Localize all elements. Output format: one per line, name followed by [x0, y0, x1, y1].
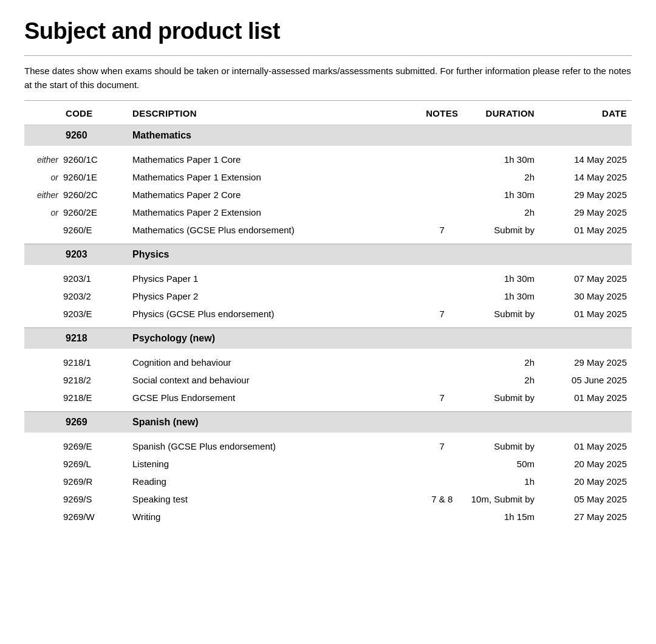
col-notes [418, 168, 466, 186]
table-row: 9218/2Social context and behaviour2h05 J… [24, 371, 632, 389]
col-duration: Submit by [466, 389, 553, 406]
spacer-row [24, 239, 632, 244]
col-description: Cognition and behaviour [128, 354, 418, 371]
table-row: either9260/1CMathematics Paper 1 Core1h … [24, 151, 632, 168]
col-description: Mathematics Paper 2 Core [128, 186, 418, 204]
spacer-row [24, 433, 632, 437]
section-code: 9218 [61, 328, 128, 349]
col-date: 05 June 2025 [553, 371, 632, 389]
section-row: 9203Physics [24, 244, 632, 265]
col-either [24, 490, 61, 508]
col-code: 9218/1 [61, 354, 128, 371]
col-date: 01 May 2025 [553, 389, 632, 406]
col-notes: 7 [418, 305, 466, 323]
col-date: 27 May 2025 [553, 508, 632, 526]
col-either: either [24, 151, 61, 168]
section-name: Spanish (new) [128, 412, 632, 433]
col-duration: 1h [466, 473, 553, 490]
col-description: Mathematics Paper 1 Core [128, 151, 418, 168]
page-title: Subject and product list [24, 18, 632, 44]
col-code: 9260/2C [61, 186, 128, 204]
col-date: 07 May 2025 [553, 270, 632, 287]
col-header-date: DATE [553, 101, 632, 125]
col-notes [418, 508, 466, 526]
section-empty-either [24, 125, 61, 146]
col-description: Listening [128, 455, 418, 473]
col-header-code: CODE [61, 101, 128, 125]
spacer-row [24, 265, 632, 270]
table-row: 9260/EMathematics (GCSE Plus endorsement… [24, 221, 632, 239]
col-either [24, 437, 61, 455]
col-date: 14 May 2025 [553, 151, 632, 168]
col-code: 9203/1 [61, 270, 128, 287]
section-empty-either [24, 328, 61, 349]
col-notes [418, 186, 466, 204]
table-row: 9218/EGCSE Plus Endorsement7Submit by01 … [24, 389, 632, 406]
col-notes [418, 455, 466, 473]
section-empty-either [24, 412, 61, 433]
col-duration: Submit by [466, 437, 553, 455]
col-date: 20 May 2025 [553, 455, 632, 473]
col-code: 9218/E [61, 389, 128, 406]
col-date: 29 May 2025 [553, 204, 632, 221]
table-row: 9218/1Cognition and behaviour2h29 May 20… [24, 354, 632, 371]
table-row: 9203/EPhysics (GCSE Plus endorsement)7Su… [24, 305, 632, 323]
col-duration: 1h 30m [466, 270, 553, 287]
table-row: 9203/1Physics Paper 11h 30m07 May 2025 [24, 270, 632, 287]
top-divider [24, 55, 632, 56]
col-duration: 2h [466, 204, 553, 221]
col-duration: 2h [466, 168, 553, 186]
col-code: 9260/1E [61, 168, 128, 186]
col-either [24, 371, 61, 389]
col-description: Physics Paper 2 [128, 287, 418, 305]
col-date: 01 May 2025 [553, 221, 632, 239]
col-code: 9260/1C [61, 151, 128, 168]
col-either [24, 270, 61, 287]
spacer-row [24, 406, 632, 412]
col-code: 9269/E [61, 437, 128, 455]
col-either: either [24, 186, 61, 204]
col-notes [418, 270, 466, 287]
col-code: 9269/W [61, 508, 128, 526]
spacer-row [24, 349, 632, 354]
col-date: 29 May 2025 [553, 186, 632, 204]
spacer-row [24, 323, 632, 328]
col-header-duration: DURATION [466, 101, 553, 125]
col-code: 9269/S [61, 490, 128, 508]
col-duration: 1h 15m [466, 508, 553, 526]
col-duration: 10m, Submit by [466, 490, 553, 508]
col-either [24, 508, 61, 526]
col-notes [418, 371, 466, 389]
section-name: Psychology (new) [128, 328, 632, 349]
col-date: 01 May 2025 [553, 305, 632, 323]
col-description: Physics Paper 1 [128, 270, 418, 287]
col-either [24, 287, 61, 305]
col-code: 9203/2 [61, 287, 128, 305]
col-description: Physics (GCSE Plus endorsement) [128, 305, 418, 323]
table-row: either9260/2CMathematics Paper 2 Core1h … [24, 186, 632, 204]
col-description: Mathematics Paper 2 Extension [128, 204, 418, 221]
col-code: 9218/2 [61, 371, 128, 389]
col-either: or [24, 204, 61, 221]
table-row: 9203/2Physics Paper 21h 30m30 May 2025 [24, 287, 632, 305]
col-duration: 1h 30m [466, 186, 553, 204]
table-row: 9269/RReading1h20 May 2025 [24, 473, 632, 490]
col-date: 20 May 2025 [553, 473, 632, 490]
table-row: 9269/LListening50m20 May 2025 [24, 455, 632, 473]
col-either: or [24, 168, 61, 186]
col-description: Speaking test [128, 490, 418, 508]
section-row: 9260Mathematics [24, 125, 632, 146]
col-code: 9269/L [61, 455, 128, 473]
col-code: 9260/E [61, 221, 128, 239]
col-code: 9269/R [61, 473, 128, 490]
col-description: Social context and behaviour [128, 371, 418, 389]
col-description: Spanish (GCSE Plus endorsement) [128, 437, 418, 455]
col-notes: 7 [418, 437, 466, 455]
section-code: 9260 [61, 125, 128, 146]
subject-product-table: CODE DESCRIPTION NOTES DURATION DATE 926… [24, 101, 632, 526]
col-notes [418, 287, 466, 305]
col-duration: 1h 30m [466, 151, 553, 168]
table-row: or9260/1EMathematics Paper 1 Extension2h… [24, 168, 632, 186]
col-header-either [24, 101, 61, 125]
table-row: 9269/ESpanish (GCSE Plus endorsement)7Su… [24, 437, 632, 455]
